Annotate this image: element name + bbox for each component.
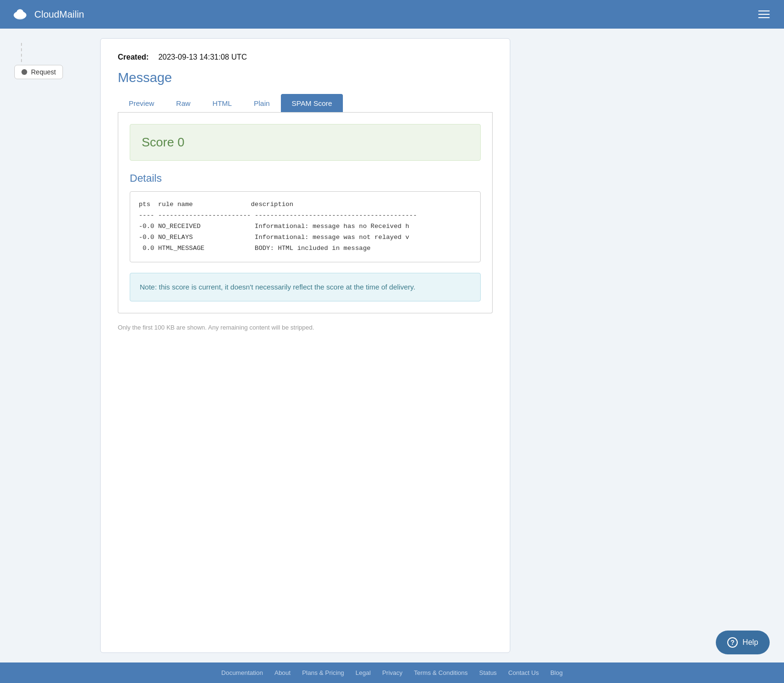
tab-preview[interactable]: Preview (118, 94, 165, 112)
help-label: Help (743, 638, 758, 647)
details-title: Details (130, 172, 481, 185)
spam-details-table: pts rule name description ---- ---------… (130, 191, 481, 262)
footer-link-privacy[interactable]: Privacy (382, 669, 402, 676)
sidebar: Request (14, 38, 91, 653)
footer-link-blog[interactable]: Blog (550, 669, 563, 676)
request-badge[interactable]: Request (14, 65, 63, 79)
note-text: Note: this score is current, it doesn't … (140, 282, 471, 293)
note-box: Note: this score is current, it doesn't … (130, 273, 481, 302)
menu-icon-line3 (758, 17, 770, 18)
request-status-dot (21, 69, 27, 75)
svg-point-3 (17, 9, 23, 16)
logo: CloudMailin (11, 6, 84, 23)
app-name: CloudMailin (34, 9, 84, 20)
cloud-icon (11, 6, 29, 23)
request-label: Request (31, 68, 56, 76)
app-header: CloudMailin (0, 0, 784, 29)
footer-link-status[interactable]: Status (479, 669, 497, 676)
spam-score-content: Score 0 Details pts rule name descriptio… (118, 113, 493, 313)
tab-html[interactable]: HTML (201, 94, 243, 112)
created-row: Created: 2023-09-13 14:31:08 UTC (118, 53, 493, 62)
bottom-footer: Documentation About Plans & Pricing Lega… (0, 662, 784, 683)
menu-button[interactable] (755, 8, 773, 21)
message-title: Message (118, 70, 493, 85)
created-label: Created: (118, 53, 149, 62)
sidebar-line (21, 43, 91, 62)
footer-link-about[interactable]: About (274, 669, 290, 676)
menu-icon-line2 (758, 14, 770, 15)
tab-raw[interactable]: Raw (165, 94, 201, 112)
footer-note: Only the first 100 KB are shown. Any rem… (118, 324, 493, 331)
tab-spam-score[interactable]: SPAM Score (281, 94, 343, 112)
tab-plain[interactable]: Plain (243, 94, 280, 112)
help-button[interactable]: ? Help (716, 631, 770, 654)
message-tabs: Preview Raw HTML Plain SPAM Score (118, 94, 493, 113)
footer-link-terms[interactable]: Terms & Conditions (414, 669, 468, 676)
created-value: 2023-09-13 14:31:08 UTC (158, 53, 247, 62)
main-content: Request Created: 2023-09-13 14:31:08 UTC… (0, 29, 784, 662)
footer-link-contact[interactable]: Contact Us (508, 669, 539, 676)
menu-icon-line1 (758, 10, 770, 11)
score-box: Score 0 (130, 124, 481, 161)
footer-link-plans[interactable]: Plans & Pricing (302, 669, 344, 676)
score-value: Score 0 (142, 135, 185, 149)
footer-link-legal[interactable]: Legal (356, 669, 371, 676)
message-card: Created: 2023-09-13 14:31:08 UTC Message… (100, 38, 510, 653)
help-icon: ? (727, 637, 738, 648)
footer-link-documentation[interactable]: Documentation (221, 669, 263, 676)
